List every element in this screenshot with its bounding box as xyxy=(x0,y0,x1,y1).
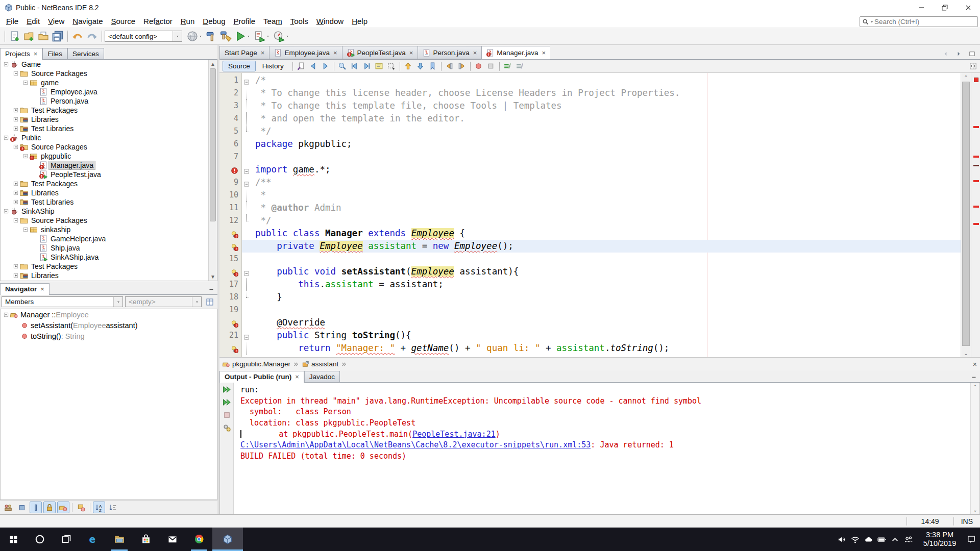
code-line-11[interactable]: 11 * @author Admin xyxy=(219,202,961,214)
tree-item-game[interactable]: game xyxy=(1,78,217,87)
build-button[interactable] xyxy=(205,29,219,43)
fold-toggle[interactable] xyxy=(242,176,251,189)
editor-scrollbar[interactable]: ⌃ ⌄ xyxy=(961,73,971,357)
rerun-debug-button[interactable] xyxy=(221,396,232,408)
restore-button[interactable] xyxy=(933,0,957,15)
debug-button[interactable] xyxy=(253,29,272,43)
find-prev-button[interactable] xyxy=(349,61,361,72)
scroll-down-icon[interactable]: ⌄ xyxy=(961,349,971,357)
show-fields-button[interactable] xyxy=(16,502,28,513)
code-line-12[interactable]: 12 */ xyxy=(219,214,961,227)
scrollbar-thumb[interactable] xyxy=(210,68,216,221)
tree-plus-icon[interactable] xyxy=(13,263,19,269)
projects-tab-files[interactable]: Files xyxy=(42,48,67,59)
show-inner-classes-button[interactable] xyxy=(57,502,69,513)
output-link[interactable]: C:\Users\Admin\AppData\Local\NetBeans\Ca… xyxy=(240,440,591,449)
bulb-err-icon[interactable] xyxy=(231,267,238,277)
member-item[interactable]: toString() : String xyxy=(1,331,217,341)
editor-tab-start-page[interactable]: Start Page× xyxy=(219,46,269,59)
error-mark[interactable] xyxy=(973,126,979,128)
show-classes-button[interactable] xyxy=(75,502,87,513)
tree-item-game[interactable]: Game xyxy=(1,60,217,69)
taskbar-clock[interactable]: 3:38 PM 5/10/2019 xyxy=(917,531,962,548)
tree-item-manager-java[interactable]: Manager.java xyxy=(1,161,217,170)
bulb-err-icon[interactable] xyxy=(231,343,238,353)
stop-button[interactable] xyxy=(221,409,232,420)
taskbar-file-explorer[interactable] xyxy=(106,528,133,551)
tree-plus-icon[interactable] xyxy=(13,107,19,113)
taskbar-task-view[interactable] xyxy=(53,528,80,551)
close-icon[interactable]: × xyxy=(332,49,337,57)
code-line-19[interactable]: 19 xyxy=(219,304,961,316)
inspect-members-button[interactable] xyxy=(204,296,216,308)
filter-combo[interactable]: <empty> xyxy=(125,296,202,307)
uncomment-button[interactable] xyxy=(514,61,526,72)
error-mark[interactable] xyxy=(973,223,979,225)
tree-item-test-packages[interactable]: Test Packages xyxy=(1,179,217,188)
tray-network-icon[interactable] xyxy=(851,535,860,544)
code-line-5[interactable]: 5 */ xyxy=(219,125,961,138)
tree-minus-icon[interactable] xyxy=(13,217,19,223)
show-non-public-button[interactable] xyxy=(43,502,56,513)
show-inherited-button[interactable] xyxy=(2,502,14,513)
close-icon[interactable]: × xyxy=(541,49,546,57)
run-button[interactable] xyxy=(233,29,253,43)
save-all-button[interactable] xyxy=(51,29,65,43)
tree-item-test-packages[interactable]: Test Packages xyxy=(1,106,217,115)
editor-tab-peopletest-java[interactable]: PeopleTest.java× xyxy=(342,46,418,59)
last-edit-button[interactable] xyxy=(295,61,307,72)
tree-item-sinkaship[interactable]: SinkAShip xyxy=(1,207,217,216)
taskbar-mail[interactable] xyxy=(159,528,186,551)
bm-toggle-button[interactable] xyxy=(427,61,439,72)
menu-window[interactable]: Window xyxy=(312,15,348,27)
menu-view[interactable]: View xyxy=(44,15,68,27)
bulb-err-icon[interactable] xyxy=(231,241,238,251)
close-icon[interactable]: × xyxy=(294,373,299,381)
sort-alphabetically-button[interactable]: AZ xyxy=(93,502,105,513)
profile-button[interactable] xyxy=(272,29,291,43)
scroll-up-icon[interactable]: ▲ xyxy=(209,60,217,68)
editor-tab-employee-java[interactable]: Employee.java× xyxy=(269,46,341,59)
error-mark[interactable] xyxy=(973,165,979,166)
shift-left-button[interactable] xyxy=(444,61,456,72)
fold-toggle[interactable] xyxy=(242,74,251,87)
tree-item-sinkaship-java[interactable]: SinkAShip.java xyxy=(1,253,217,262)
tree-plus-icon[interactable] xyxy=(13,126,19,132)
comment-button[interactable] xyxy=(502,61,514,72)
code-line-1[interactable]: 1/* xyxy=(219,74,961,87)
fold-open-icon[interactable] xyxy=(243,178,250,187)
close-icon[interactable]: × xyxy=(472,49,477,57)
bulb-err-icon[interactable] xyxy=(231,229,238,238)
tree-plus-icon[interactable] xyxy=(13,199,19,205)
tree-item-ship-java[interactable]: Ship.java xyxy=(1,243,217,253)
error-mark[interactable] xyxy=(973,206,979,208)
output-scrollbar[interactable]: ⌃ ⌄ xyxy=(970,383,979,514)
code-editor[interactable]: 1/*2 * To change this license header, ch… xyxy=(219,73,980,357)
tree-item-peopletest-java[interactable]: PeopleTest.java xyxy=(1,170,217,179)
menu-run[interactable]: Run xyxy=(177,15,199,27)
find-next-button[interactable] xyxy=(361,61,373,72)
tree-item-test-packages[interactable]: Test Packages xyxy=(1,262,217,271)
projects-tab-projects[interactable]: Projects× xyxy=(0,48,42,60)
tree-minus-icon[interactable] xyxy=(3,208,9,214)
action-center-icon[interactable] xyxy=(967,535,976,544)
tree-item-person-java[interactable]: Person.java xyxy=(1,96,217,106)
fold-toggle[interactable] xyxy=(242,329,251,342)
tree-item-pkgpublic[interactable]: pkgpublic xyxy=(1,152,217,161)
member-item[interactable]: Manager :: Employee xyxy=(1,309,217,320)
tree-item-test-libraries[interactable]: Test Libraries xyxy=(1,197,217,207)
close-button[interactable] xyxy=(957,0,980,15)
tree-minus-icon[interactable] xyxy=(13,70,19,77)
menu-profile[interactable]: Profile xyxy=(230,15,260,27)
redo-button[interactable] xyxy=(85,29,99,43)
menu-source[interactable]: Source xyxy=(107,15,140,27)
code-line-7[interactable]: 7 xyxy=(219,151,961,163)
tree-item-employee-java[interactable]: Employee.java xyxy=(1,87,217,96)
close-icon[interactable]: × xyxy=(408,49,413,57)
members-combo[interactable]: Members xyxy=(2,296,123,307)
minimize-panel-button[interactable] xyxy=(968,372,980,382)
tray-battery-icon[interactable] xyxy=(877,535,886,544)
projects-scrollbar[interactable]: ▲ ▼ xyxy=(208,60,217,281)
close-icon[interactable]: × xyxy=(973,360,977,368)
output-console[interactable]: run:Exception in thread "main" java.lang… xyxy=(240,385,969,462)
